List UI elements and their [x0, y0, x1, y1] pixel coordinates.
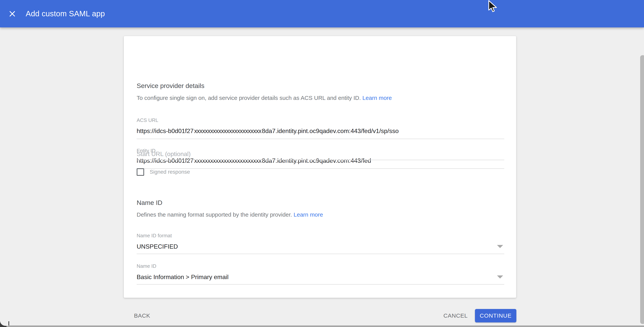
start-url-input[interactable] [137, 150, 504, 160]
footer-actions: BACK CANCEL CONTINUE [124, 309, 516, 322]
vertical-scrollbar[interactable] [640, 55, 644, 324]
name-id-format-label: Name ID format [137, 233, 172, 239]
section-title-service-provider-details: Service provider details [137, 82, 204, 90]
acs-url-underline [137, 138, 504, 139]
name-id-format-underline [137, 254, 504, 254]
name-id-underline [137, 284, 504, 285]
add-custom-saml-app-dialog: Add custom SAML app Service provider det… [0, 0, 644, 327]
name-id-description: Defines the naming format supported by t… [137, 212, 323, 218]
name-id-format-select[interactable]: UNSPECIFIED [137, 242, 504, 251]
entity-id-underline [137, 168, 504, 169]
description-text: To configure single sign on, add service… [137, 95, 361, 101]
dropdown-arrow-icon[interactable] [497, 245, 503, 248]
back-button[interactable]: BACK [131, 309, 153, 322]
window-bottom-edge [6, 326, 644, 327]
signed-response-label: Signed response [150, 169, 190, 175]
name-id-label: Name ID [137, 263, 156, 269]
cancel-button[interactable]: CANCEL [441, 309, 470, 322]
service-provider-card: Service provider details To configure si… [124, 36, 516, 298]
name-id-select[interactable]: Basic Information > Primary email [137, 272, 504, 282]
name-id-format-value: UNSPECIFIED [137, 243, 178, 250]
masked-tenant-id: xxxxxxxxxxxxxxxxxxxxxxxxx [194, 128, 261, 134]
continue-button[interactable]: CONTINUE [475, 309, 516, 322]
acs-url-field[interactable]: https://idcs-b0d01f27xxxxxxxxxxxxxxxxxxx… [137, 128, 399, 134]
signed-response-checkbox[interactable] [137, 168, 144, 176]
dialog-header: Add custom SAML app [0, 0, 644, 28]
acs-url-label: ACS URL [137, 117, 158, 123]
learn-more-link[interactable]: Learn more [362, 95, 392, 101]
dropdown-arrow-icon[interactable] [497, 276, 503, 278]
close-button[interactable] [6, 8, 18, 20]
close-icon [9, 10, 16, 17]
section-description: To configure single sign on, add service… [137, 95, 392, 101]
learn-more-link[interactable]: Learn more [294, 212, 323, 218]
page-title: Add custom SAML app [26, 10, 105, 18]
name-id-value: Basic Information > Primary email [137, 274, 228, 280]
section-title-name-id: Name ID [137, 199, 162, 206]
description-text: Defines the naming format supported by t… [137, 212, 292, 218]
